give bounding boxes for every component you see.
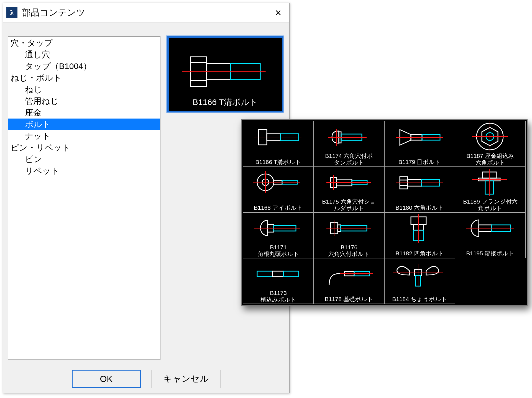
shoulder-icon — [314, 167, 384, 200]
palette-item[interactable]: B1195 溶接ボルト — [455, 212, 526, 258]
tree-node[interactable]: ピン・リベット — [8, 142, 160, 153]
palette-caption: B1195 溶接ボルト — [456, 250, 525, 257]
cancel-button[interactable]: キャンセル — [152, 370, 221, 388]
hexwasher-icon — [455, 121, 526, 155]
palette-empty — [455, 258, 526, 304]
sockbutton-icon — [314, 121, 384, 155]
preview-caption: B1166 T溝ボルト — [169, 97, 282, 108]
palette-item[interactable]: B1179 皿ボルト — [384, 121, 455, 167]
palette-item[interactable]: B1166 T溝ボルト — [243, 121, 314, 167]
palette-item[interactable]: B1175 六角穴付ショ ルダボルト — [314, 167, 384, 212]
tree-node[interactable]: ナット — [8, 130, 160, 142]
sockcap-icon — [314, 213, 384, 246]
palette-caption: B1179 皿ボルト — [385, 159, 454, 165]
palette-item[interactable]: B1187 座金組込み 六角ボルト — [455, 121, 526, 167]
palette-item[interactable]: B1171 角根丸頭ボルト — [243, 212, 314, 258]
tree-node[interactable]: ボルト — [8, 119, 160, 130]
carriage-icon — [243, 213, 314, 246]
palette-caption: B1180 六角ボルト — [385, 204, 454, 211]
close-button[interactable]: × — [270, 5, 286, 20]
wing-icon — [385, 258, 455, 292]
csk-icon — [385, 121, 455, 155]
tree-node[interactable]: ピン — [8, 153, 160, 165]
palette-caption: B1178 基礎ボルト — [314, 296, 383, 302]
palette-item[interactable]: B1168 アイボルト — [243, 167, 314, 212]
hexside-icon — [385, 167, 455, 200]
tree-node[interactable]: 管用ねじ — [8, 95, 160, 107]
palette-item[interactable]: B1182 四角ボルト — [384, 212, 455, 258]
palette-caption: B1168 アイボルト — [244, 204, 313, 211]
palette-caption: B1175 六角穴付ショ ルダボルト — [314, 198, 383, 212]
palette-item[interactable]: B1174 六角穴付ボ タンボルト — [314, 121, 384, 167]
palette-caption: B1166 T溝ボルト — [244, 159, 313, 165]
dialog-button-row: OK キャンセル — [3, 370, 289, 388]
palette-caption: B1184 ちょうボルト — [385, 296, 454, 302]
palette-caption: B1171 角根丸頭ボルト — [244, 244, 313, 257]
sqbolt-icon — [385, 213, 455, 246]
tree-node[interactable]: ねじ — [8, 84, 160, 95]
tree-node[interactable]: 通し穴 — [8, 49, 160, 60]
close-icon: × — [275, 7, 281, 18]
flangehex-icon — [455, 167, 526, 200]
anchor-icon — [314, 258, 384, 292]
palette-caption: B1182 四角ボルト — [385, 250, 454, 257]
stud-icon — [243, 258, 314, 292]
tree-node[interactable]: 座金 — [8, 107, 160, 119]
preview-card[interactable]: B1166 T溝ボルト — [167, 36, 283, 112]
dialog-title: 部品コンテンツ — [22, 7, 85, 19]
tree-node[interactable]: 穴・タップ — [8, 37, 160, 49]
palette-caption: B1173 植込みボルト — [244, 290, 313, 303]
eye-icon — [243, 167, 314, 200]
category-tree[interactable]: 穴・タップ通し穴タップ（B1004）ねじ・ボルトねじ管用ねじ座金ボルトナットピン… — [8, 36, 160, 360]
palette-caption: B1189 フランジ付六 角ボルト — [456, 198, 525, 212]
tree-node[interactable]: リベット — [8, 165, 160, 177]
palette-caption: B1187 座金組込み 六角ボルト — [456, 153, 525, 166]
bolt-palette: B1166 T溝ボルトB1174 六角穴付ボ タンボルトB1179 皿ボルトB1… — [241, 119, 528, 306]
tree-node[interactable]: タップ（B1004） — [8, 60, 160, 72]
palette-caption: B1174 六角穴付ボ タンボルト — [314, 153, 383, 166]
palette-item[interactable]: B1184 ちょうボルト — [384, 258, 455, 304]
palette-item[interactable]: B1180 六角ボルト — [384, 167, 455, 212]
palette-item[interactable]: B1173 植込みボルト — [243, 258, 314, 304]
weld-icon — [455, 213, 526, 246]
tree-node[interactable]: ねじ・ボルト — [8, 72, 160, 84]
dialog-titlebar: λ 部品コンテンツ × — [3, 3, 289, 22]
tbolt-icon — [243, 121, 314, 155]
ok-button[interactable]: OK — [72, 370, 141, 388]
palette-item[interactable]: B1189 フランジ付六 角ボルト — [455, 167, 526, 212]
app-icon: λ — [6, 7, 17, 18]
palette-item[interactable]: B1176 六角穴付ボルト — [314, 212, 384, 258]
palette-item[interactable]: B1178 基礎ボルト — [314, 258, 384, 304]
palette-caption: B1176 六角穴付ボルト — [314, 244, 383, 257]
